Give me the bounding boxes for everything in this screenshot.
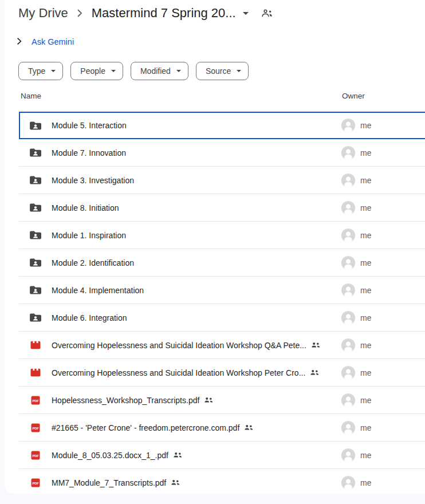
- owner-label: me: [360, 478, 371, 487]
- file-name: Module 8. Initiation: [52, 203, 119, 212]
- file-name: Module 1. Inspiration: [52, 231, 126, 240]
- shared-people-icon: [244, 424, 253, 431]
- owner-avatar: [341, 146, 355, 160]
- owner-label: me: [360, 313, 371, 322]
- table-row[interactable]: PDF Module 7. Innovation: [19, 139, 425, 167]
- file-name: Module 5. Interaction: [52, 121, 127, 130]
- table-row[interactable]: PDF #21665 - 'Peter Crone' - freedom.pet…: [19, 414, 425, 442]
- folder-shared-icon: [30, 285, 41, 295]
- pdf-file-icon: PDF: [30, 423, 41, 432]
- shared-people-icon[interactable]: [261, 9, 273, 18]
- owner-avatar: [341, 393, 355, 407]
- owner-label: me: [360, 423, 371, 432]
- filter-chip-type[interactable]: Type: [18, 62, 63, 80]
- file-name: Hopelessness_Workshop_Transcripts.pdf: [52, 396, 199, 405]
- file-name: Module 4. Implementation: [52, 286, 144, 295]
- owner-label: me: [360, 148, 371, 158]
- chevron-right-icon: [77, 9, 82, 17]
- owner-cell: me: [341, 201, 371, 215]
- owner-label: me: [360, 451, 371, 460]
- breadcrumb-current-folder[interactable]: Mastermind 7 Spring 20...: [92, 6, 249, 21]
- owner-cell: me: [341, 256, 371, 270]
- shared-people-icon: [171, 479, 180, 486]
- table-row[interactable]: PDF Overcoming Hopelessness and Suicidal…: [19, 332, 425, 359]
- table-row[interactable]: PDF Module 3. Investigation: [19, 167, 425, 194]
- content-card: My Drive Mastermind 7 Spring 20...: [5, 0, 425, 494]
- video-file-icon: [30, 368, 41, 377]
- file-name: MM7_Module_7_Transcripts.pdf: [52, 478, 166, 487]
- owner-avatar: [341, 201, 355, 215]
- filter-chips: Type People Modified Source: [18, 62, 249, 80]
- chip-label: Source: [206, 66, 231, 76]
- file-name: Module_8_05.03.25.docx_1_.pdf: [52, 451, 168, 460]
- table-row[interactable]: PDF Module 8. Initiation: [19, 194, 425, 222]
- owner-label: me: [360, 231, 371, 240]
- owner-cell: me: [341, 146, 371, 160]
- table-header: Name Owner: [5, 92, 425, 103]
- table-row[interactable]: PDF Module_8_05.03.25.docx_1_.pdf: [19, 442, 425, 469]
- chip-label: Modified: [140, 66, 171, 76]
- table-row[interactable]: PDF Module 6. Integration: [19, 304, 425, 332]
- owner-label: me: [360, 286, 371, 295]
- dropdown-caret-icon: [51, 70, 56, 72]
- pdf-file-icon: PDF: [30, 396, 41, 405]
- owner-cell: me: [341, 119, 371, 132]
- table-row[interactable]: PDF Module 2. Identification: [19, 249, 425, 277]
- owner-label: me: [360, 368, 371, 377]
- column-header-owner[interactable]: Owner: [342, 92, 365, 100]
- table-row[interactable]: PDF MM7_Module_7_Transcripts.pdf: [19, 469, 425, 494]
- owner-cell: me: [341, 476, 371, 490]
- file-name: Module 3. Investigation: [52, 176, 134, 185]
- video-file-icon: [30, 341, 41, 349]
- shared-people-icon: [310, 369, 319, 376]
- ask-gemini-toggle[interactable]: Ask Gemini: [17, 37, 74, 47]
- column-header-name[interactable]: Name: [21, 92, 41, 100]
- breadcrumb-my-drive[interactable]: My Drive: [18, 6, 68, 21]
- file-list: PDF Module 5. Interaction: [19, 112, 425, 494]
- table-row[interactable]: PDF Overcoming Hopelessness and Suicidal…: [19, 359, 425, 387]
- filter-chip-modified[interactable]: Modified: [131, 62, 188, 80]
- folder-shared-icon: [30, 148, 41, 158]
- chip-label: Type: [28, 66, 45, 76]
- svg-text:PDF: PDF: [32, 481, 39, 485]
- owner-avatar: [341, 366, 355, 380]
- owner-avatar: [341, 421, 355, 435]
- owner-avatar: [341, 119, 355, 132]
- shared-people-icon: [311, 342, 320, 348]
- svg-text:PDF: PDF: [32, 426, 39, 430]
- owner-label: me: [360, 203, 371, 212]
- pdf-file-icon: PDF: [30, 451, 41, 460]
- owner-cell: me: [341, 311, 371, 325]
- filter-chip-source[interactable]: Source: [196, 62, 249, 80]
- owner-cell: me: [341, 229, 371, 242]
- table-row[interactable]: PDF Hopelessness_Workshop_Transcripts.pd…: [19, 387, 425, 414]
- dropdown-caret-icon: [176, 70, 181, 72]
- owner-cell: me: [341, 338, 371, 352]
- table-row[interactable]: PDF Module 4. Implementation: [19, 277, 425, 304]
- table-row[interactable]: PDF Module 5. Interaction: [19, 112, 425, 139]
- file-name: Overcoming Hopelessness and Suicidal Ide…: [52, 341, 306, 350]
- file-name: Module 2. Identification: [52, 258, 134, 267]
- folder-shared-icon: [30, 313, 41, 322]
- owner-label: me: [360, 121, 371, 130]
- pdf-file-icon: PDF: [30, 478, 41, 487]
- owner-avatar: [341, 476, 355, 490]
- file-name: #21665 - 'Peter Crone' - freedom.petercr…: [52, 423, 239, 432]
- owner-cell: me: [341, 174, 371, 187]
- owner-cell: me: [341, 421, 371, 435]
- folder-shared-icon: [30, 203, 41, 212]
- breadcrumb: My Drive Mastermind 7 Spring 20...: [18, 6, 273, 21]
- owner-avatar: [341, 174, 355, 187]
- dropdown-caret-icon[interactable]: [243, 12, 249, 15]
- owner-avatar: [341, 311, 355, 325]
- table-row[interactable]: PDF Module 1. Inspiration: [19, 222, 425, 249]
- owner-avatar: [341, 256, 355, 270]
- folder-shared-icon: [30, 121, 41, 131]
- current-folder-title: Mastermind 7 Spring 20...: [92, 6, 236, 21]
- owner-avatar: [341, 284, 355, 297]
- owner-avatar: [341, 338, 355, 352]
- svg-text:PDF: PDF: [32, 454, 39, 457]
- filter-chip-people[interactable]: People: [70, 62, 123, 80]
- file-name: Module 7. Innovation: [52, 148, 126, 158]
- folder-shared-icon: [30, 258, 41, 267]
